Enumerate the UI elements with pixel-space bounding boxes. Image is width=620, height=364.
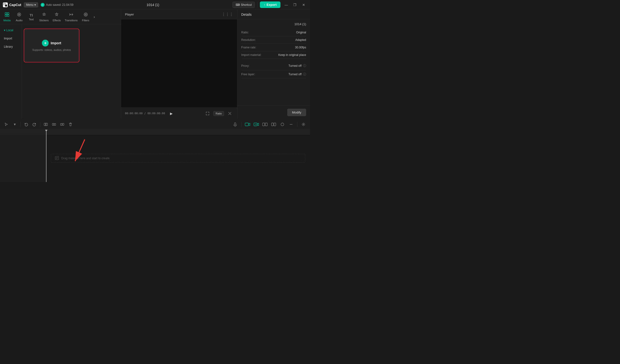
import-card[interactable]: + Import Supports: videos, audios, photo…: [24, 29, 79, 62]
tab-text[interactable]: TI Text: [25, 12, 37, 22]
svg-rect-6: [7, 15, 9, 16]
tab-media-label: Media: [3, 19, 11, 22]
split-button[interactable]: [42, 121, 49, 128]
modify-button[interactable]: Modify: [287, 109, 306, 116]
player-title: Player: [125, 13, 134, 16]
svg-rect-3: [5, 13, 7, 14]
restore-button[interactable]: ❐: [292, 1, 298, 8]
svg-rect-19: [234, 123, 236, 125]
detail-row-framerate: Frame rate: 30.00fps: [241, 44, 306, 51]
svg-rect-2: [4, 3, 5, 5]
player-time: 00:00:00:00 / 00:00:00:00: [125, 112, 165, 115]
sidebar-import-label: Import: [4, 37, 12, 40]
details-header: Details: [237, 10, 310, 19]
select-tool-button[interactable]: [3, 121, 10, 128]
svg-rect-15: [52, 123, 54, 125]
drag-hint-text: Drag material here and start to create: [61, 157, 109, 160]
timeline-track-labels: [0, 130, 46, 182]
export-icon: ↑: [264, 3, 265, 7]
play-button[interactable]: ▶: [168, 110, 175, 117]
svg-rect-4: [7, 13, 9, 14]
tab-effects[interactable]: Effects: [51, 11, 63, 23]
proxy-info-icon[interactable]: ⓘ: [303, 64, 306, 68]
svg-rect-24: [265, 123, 267, 126]
top-row: Media Audio TI: [0, 10, 310, 119]
delete-button[interactable]: [67, 121, 74, 128]
app-name: CapCut: [9, 3, 21, 7]
detail-ratio-value: Original: [296, 31, 306, 34]
window-controls: — ❐ ✕: [283, 1, 307, 8]
logo-icon: [3, 2, 8, 7]
free-layer-info-icon[interactable]: ⓘ: [303, 72, 306, 76]
title-bar: CapCut Menu ▾ ✓ Auto saved: 21:04:59 101…: [0, 0, 310, 10]
tabs-bar: Media Audio TI: [0, 10, 121, 24]
link-button[interactable]: [270, 121, 277, 128]
divider-1: [20, 122, 21, 127]
detail-import-material-value: Keep in original place: [278, 53, 306, 57]
audio-track-button[interactable]: [253, 121, 260, 128]
player-controls: 00:00:00:00 / 00:00:00:00 ▶ Ratio: [121, 107, 237, 119]
svg-rect-1: [5, 5, 7, 7]
menu-button[interactable]: Menu ▾: [24, 2, 38, 8]
tab-media[interactable]: Media: [1, 11, 13, 23]
triangle-icon: ▾: [4, 29, 5, 32]
details-panel: Details 1014 (1) Ratio: Original Resolut…: [237, 10, 310, 119]
video-track-button[interactable]: [244, 121, 251, 128]
effects-icon: [54, 12, 59, 18]
divider-2: [40, 122, 40, 127]
tab-effects-label: Effects: [53, 19, 61, 22]
export-button[interactable]: ↑ Export: [260, 1, 280, 8]
player-menu-icon[interactable]: ⋮⋮⋮: [222, 12, 233, 17]
more-tabs-button[interactable]: ›: [92, 13, 96, 21]
svg-point-11: [85, 14, 86, 15]
tab-audio[interactable]: Audio: [13, 11, 25, 23]
player-header: Player ⋮⋮⋮: [121, 10, 237, 19]
player-right-controls: Ratio: [204, 110, 233, 117]
undo-button[interactable]: [23, 121, 30, 128]
detail-import-material-label: Import material:: [241, 53, 261, 57]
timeline-left-ruler: [0, 130, 46, 135]
minus-button[interactable]: [287, 121, 295, 128]
svg-rect-21: [245, 123, 248, 126]
detail-ratio-label: Ratio:: [241, 31, 249, 34]
join-button[interactable]: [261, 121, 269, 128]
detail-resolution-label: Resolution:: [241, 38, 256, 42]
detail-proxy-label: Proxy:: [241, 64, 249, 68]
audio-icon: [17, 12, 22, 18]
redo-button[interactable]: [31, 121, 38, 128]
sidebar-item-library[interactable]: Library: [1, 43, 20, 50]
details-footer: Modify: [237, 106, 310, 119]
settings-button[interactable]: [300, 121, 307, 128]
svg-rect-18: [62, 123, 64, 125]
circle-button[interactable]: [279, 121, 286, 128]
detail-framerate-label: Frame rate:: [241, 46, 256, 49]
detail-free-layer-label: Free layer:: [241, 73, 255, 76]
ratio-button[interactable]: Ratio: [213, 111, 224, 116]
left-content-row: ▾ Local Import Library: [0, 24, 121, 119]
tab-filters[interactable]: Filters: [80, 11, 92, 23]
select-dropdown-button[interactable]: ▾: [11, 121, 18, 128]
tab-stickers[interactable]: Stickers: [37, 11, 51, 23]
fullscreen-button[interactable]: [226, 110, 233, 117]
sidebar-item-local[interactable]: ▾ Local: [1, 27, 20, 34]
playhead-marker: [45, 130, 47, 132]
player-panel: Player ⋮⋮⋮ 00:00:00:00 / 00:00:00:00 ▶: [121, 10, 237, 119]
media-icon: [5, 12, 9, 18]
gap-right-button[interactable]: [59, 121, 66, 128]
microphone-button[interactable]: [232, 121, 239, 128]
gap-left-button[interactable]: [50, 121, 58, 128]
app-window: CapCut Menu ▾ ✓ Auto saved: 21:04:59 101…: [0, 0, 310, 182]
svg-point-7: [17, 13, 21, 16]
divider-4: [297, 122, 297, 127]
timeline-toolbar: ▾: [0, 119, 310, 130]
shortcut-button[interactable]: ⌨ Shortcut: [232, 2, 255, 8]
sidebar-item-import[interactable]: Import: [1, 35, 20, 42]
detail-row-free-layer: Free layer: Turned off ⓘ: [241, 70, 306, 79]
close-button[interactable]: ✕: [300, 1, 307, 8]
fit-screen-button[interactable]: [204, 110, 211, 117]
drag-hint: Drag material here and start to create: [51, 154, 305, 163]
svg-rect-5: [5, 15, 7, 16]
auto-save-icon: ✓: [41, 3, 45, 7]
minimize-button[interactable]: —: [283, 1, 290, 8]
tab-transitions[interactable]: Transitions: [63, 11, 79, 23]
